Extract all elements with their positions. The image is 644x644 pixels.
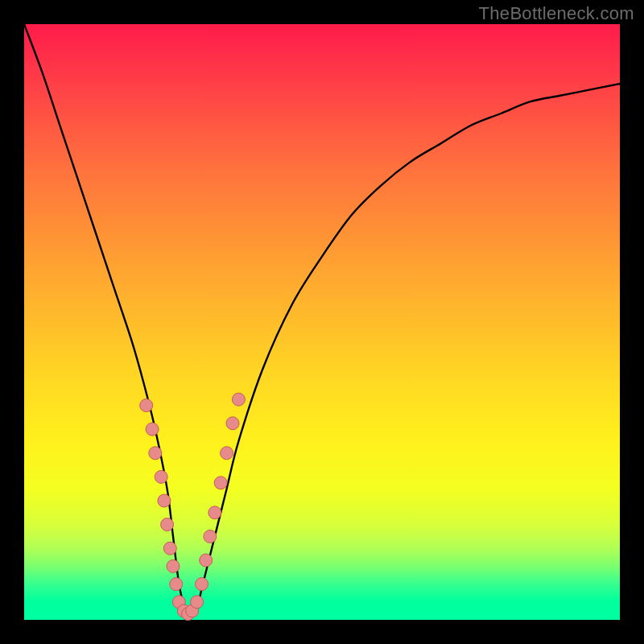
bottleneck-curve xyxy=(24,24,620,614)
curve-marker xyxy=(170,578,183,591)
curve-marker xyxy=(146,423,159,436)
plot-area xyxy=(24,24,620,620)
curve-marker xyxy=(200,554,213,567)
curve-marker xyxy=(191,596,204,609)
curve-marker xyxy=(149,447,162,460)
curve-marker xyxy=(161,518,174,531)
curve-marker xyxy=(140,399,153,412)
curve-markers xyxy=(140,393,246,620)
curve-marker xyxy=(214,477,227,489)
curve-marker xyxy=(158,494,171,507)
curve-marker xyxy=(204,530,217,543)
watermark-text: TheBottleneck.com xyxy=(479,3,634,24)
curve-marker xyxy=(196,578,208,591)
curve-marker xyxy=(208,506,221,519)
curve-marker xyxy=(221,447,233,460)
curve-marker xyxy=(163,542,176,555)
curve-svg xyxy=(24,24,620,620)
curve-marker xyxy=(232,393,245,406)
curve-marker xyxy=(167,559,180,572)
curve-marker xyxy=(155,470,167,483)
chart-stage: TheBottleneck.com xyxy=(0,0,644,644)
curve-marker xyxy=(226,417,239,430)
